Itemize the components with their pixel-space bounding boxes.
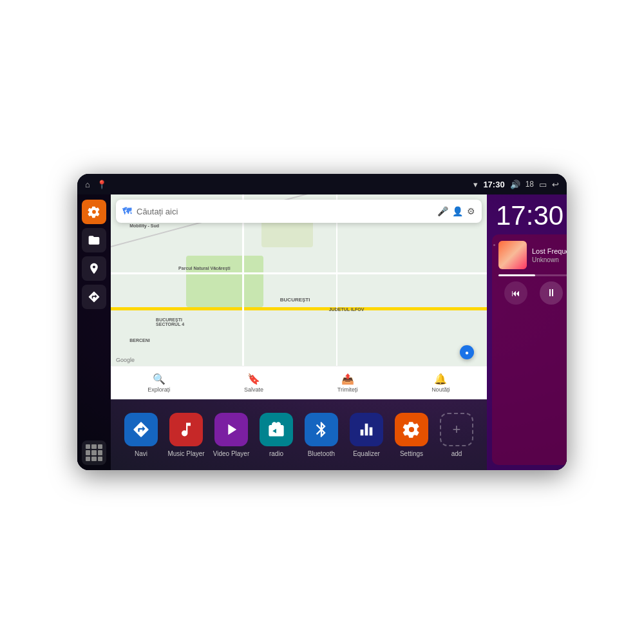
map-search-bar[interactable]: 🗺 Căutați aici 🎤 👤 ⚙	[116, 200, 482, 223]
dock-navi[interactable]: Navi	[118, 413, 164, 457]
video-player-icon	[214, 413, 248, 446]
news-label: Noutăți	[431, 386, 450, 393]
volume-icon: 🔊	[510, 180, 520, 189]
navi-icon	[124, 413, 158, 446]
maps-shortcut-icon[interactable]: 📍	[97, 180, 107, 189]
music-title: Lost Frequencies_Janie...	[532, 247, 567, 255]
status-time: 17:30	[483, 180, 504, 189]
music-progress-fill	[498, 274, 535, 276]
map-nav-share[interactable]: 📤 Trimiteți	[337, 373, 358, 393]
back-icon[interactable]: ↩	[552, 180, 559, 189]
clock-time: 17:30	[496, 202, 564, 229]
pause-button[interactable]: ⏸	[540, 281, 563, 305]
video-player-label: Video Player	[213, 450, 250, 457]
sidebar-item-navigation[interactable]	[82, 285, 106, 309]
map-panel[interactable]: AXIS PremiumMobility - Sud Pizza & Baker…	[111, 194, 487, 399]
explore-label: Explorați	[147, 386, 170, 393]
bluetooth-icon	[305, 413, 338, 446]
dock-video-player[interactable]: Video Player	[209, 413, 254, 457]
music-controls: ⏮ ⏸ ⏭	[498, 281, 567, 305]
explore-icon: 🔍	[153, 373, 166, 385]
share-label: Trimiteți	[337, 386, 358, 393]
home-icon[interactable]: ⌂	[85, 180, 90, 189]
battery-icon: ▭	[539, 180, 547, 189]
google-maps-logo: 🗺	[122, 206, 131, 216]
bluetooth-label: Bluetooth	[308, 450, 335, 457]
music-artist: Unknown	[532, 256, 567, 263]
mic-icon[interactable]: 🎤	[437, 206, 448, 216]
map-nav-saved[interactable]: 🔖 Salvate	[244, 373, 263, 393]
saved-label: Salvate	[244, 386, 263, 393]
music-info: Lost Frequencies_Janie... Unknown	[498, 241, 567, 269]
music-progress-bar[interactable]	[498, 274, 567, 276]
sidebar-item-apps-grid[interactable]	[82, 440, 106, 465]
dock-settings[interactable]: Settings	[389, 413, 434, 457]
saved-icon: 🔖	[247, 373, 260, 385]
wifi-icon: ▾	[473, 180, 478, 189]
map-nav-explore[interactable]: 🔍 Explorați	[147, 373, 170, 393]
add-icon: +	[440, 413, 473, 446]
add-label: add	[451, 450, 462, 457]
main-content: AXIS PremiumMobility - Sud Pizza & Baker…	[77, 194, 567, 470]
right-panel: 17:30 2023/12/12 Tuesday Lost Frequencie…	[487, 194, 567, 470]
radio-icon	[260, 413, 293, 446]
sidebar-item-location[interactable]	[82, 256, 106, 281]
dock-bluetooth[interactable]: Bluetooth	[299, 413, 344, 457]
music-text: Lost Frequencies_Janie... Unknown	[532, 247, 567, 263]
settings-label: Settings	[400, 450, 423, 457]
sidebar-item-settings[interactable]	[82, 200, 106, 224]
status-right: ▾ 17:30 🔊 18 ▭ ↩	[473, 180, 559, 189]
music-player-label: Music Player	[167, 450, 204, 457]
map-search-actions: 🎤 👤 ⚙	[437, 206, 475, 216]
dock-music-player[interactable]: Music Player	[164, 413, 209, 457]
radio-label: radio	[269, 450, 283, 457]
music-player-icon	[169, 413, 203, 446]
map-nav-news[interactable]: 🔔 Noutăți	[431, 373, 450, 393]
dock-add[interactable]: + add	[434, 413, 479, 457]
bottom-dock: Navi Music Player Video Player	[111, 399, 487, 470]
equalizer-label: Equalizer	[353, 450, 380, 457]
share-icon: 📤	[341, 373, 354, 385]
map-bottom-nav: 🔍 Explorați 🔖 Salvate 📤 Trimiteți 🔔 Nout…	[111, 366, 487, 399]
equalizer-icon	[350, 413, 383, 446]
clock-section: 17:30 2023/12/12 Tuesday	[487, 194, 567, 234]
status-left: ⌂ 📍	[85, 180, 107, 189]
prev-button[interactable]: ⏮	[504, 281, 527, 305]
sidebar-item-files[interactable]	[82, 228, 106, 252]
status-bar: ⌂ 📍 ▾ 17:30 🔊 18 ▭ ↩	[77, 174, 567, 194]
map-settings-icon[interactable]: ⚙	[467, 206, 475, 216]
battery-number: 18	[526, 180, 534, 189]
settings-icon	[395, 413, 428, 446]
news-icon: 🔔	[434, 373, 447, 385]
dock-radio[interactable]: radio	[254, 413, 299, 457]
account-icon[interactable]: 👤	[452, 206, 463, 216]
music-player-widget: Lost Frequencies_Janie... Unknown ⏮ ⏸ ⏭	[492, 234, 567, 465]
dock-equalizer[interactable]: Equalizer	[344, 413, 389, 457]
center-area: AXIS PremiumMobility - Sud Pizza & Baker…	[111, 194, 487, 470]
music-thumbnail	[498, 241, 527, 269]
sidebar	[77, 194, 111, 470]
car-display: ⌂ 📍 ▾ 17:30 🔊 18 ▭ ↩	[77, 174, 567, 470]
map-search-text[interactable]: Căutați aici	[137, 207, 432, 216]
navi-label: Navi	[135, 450, 147, 457]
